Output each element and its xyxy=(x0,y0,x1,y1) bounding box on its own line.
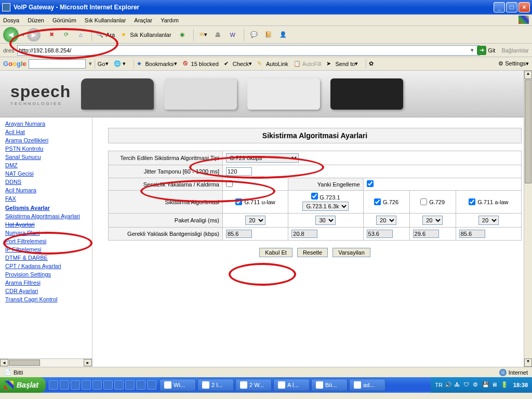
sidebar-item-codec[interactable]: Sikistirma Algoritmasi Ayarlari xyxy=(0,212,92,220)
ql-icon[interactable] xyxy=(71,380,80,390)
reset-button[interactable]: Resetle xyxy=(297,248,328,257)
menu-sik[interactable]: Sık Kullanılanlar xyxy=(85,17,126,23)
close-button[interactable]: × xyxy=(518,2,530,12)
sidebar-item[interactable]: Sanal Sunucu xyxy=(0,153,92,161)
autolink-button[interactable]: ✎AutoLink xyxy=(257,60,288,68)
search-button[interactable]: 🔍Ara xyxy=(95,30,115,39)
codec3-checkbox[interactable] xyxy=(374,198,381,205)
sidebar-item[interactable]: Arama Filtresi xyxy=(0,278,92,287)
sidebar-item[interactable]: Arama Ozellikleri xyxy=(0,136,92,144)
task-button[interactable]: ad... xyxy=(349,379,385,391)
task-button[interactable]: 2 W... xyxy=(235,379,272,391)
menu-duzen[interactable]: Düzen xyxy=(28,17,44,23)
research-button[interactable]: 📔 xyxy=(262,28,275,42)
sidebar-item[interactable]: PSTN Kontrolu xyxy=(0,144,92,153)
jitter-input[interactable] xyxy=(226,167,252,176)
sidebar-item[interactable]: DDNS xyxy=(0,178,92,186)
ql-icon[interactable] xyxy=(103,380,113,390)
tray-icon[interactable]: 🔊 xyxy=(445,381,452,389)
google-news-button[interactable]: 🌐▾ xyxy=(114,60,126,68)
sidebar-item[interactable]: Acil Hat xyxy=(0,128,92,136)
favorites-button[interactable]: ★Sık Kullanılanlar xyxy=(119,30,171,39)
packet1-select[interactable]: 20 xyxy=(245,216,265,225)
vscroll-down[interactable]: ▼ xyxy=(524,358,532,367)
popup-blocked-button[interactable]: 🛇15 blocked xyxy=(182,60,219,68)
sidebar-item[interactable]: Hat Ayarlari xyxy=(0,220,92,229)
back-button[interactable]: ◄ xyxy=(3,27,19,43)
address-dropdown[interactable]: ▾ xyxy=(471,47,474,54)
silence-checkbox[interactable] xyxy=(226,180,233,187)
stop-button[interactable]: ✖ xyxy=(45,28,58,42)
address-input[interactable] xyxy=(17,45,480,56)
task-button[interactable]: 2 I... xyxy=(197,379,234,391)
menu-yardim[interactable]: Yardım xyxy=(161,17,179,23)
packet4-select[interactable]: 20 xyxy=(422,216,443,225)
discuss-button[interactable]: 💬 xyxy=(247,28,261,42)
go-button[interactable]: ➜ Git xyxy=(477,46,495,55)
hscroll-thumb[interactable] xyxy=(9,360,40,366)
hscroll-right[interactable]: ► xyxy=(84,359,92,366)
sidebar-item[interactable]: Numara Plani xyxy=(0,229,92,237)
packet3-select[interactable]: 20 xyxy=(376,216,396,225)
menu-gorunum[interactable]: Görünüm xyxy=(52,17,76,23)
home-button[interactable]: ⌂ xyxy=(74,28,87,42)
refresh-button[interactable]: ⟳ xyxy=(59,28,73,42)
sidebar-item[interactable]: NAT Gecisi xyxy=(0,169,92,178)
hscroll-left[interactable]: ◄ xyxy=(0,359,8,366)
print-button[interactable]: 🖶 xyxy=(211,28,225,42)
sidebar-item[interactable]: CDR Ayarlari xyxy=(0,287,92,295)
ql-icon[interactable] xyxy=(60,380,69,390)
sidebar-item[interactable]: Transit Cagri Kontrol xyxy=(0,295,92,303)
sidebar-section[interactable]: Gelismis Ayarlar xyxy=(0,203,92,212)
sidebar-item[interactable]: DTMF & DARBE xyxy=(0,254,92,262)
tray-icon[interactable]: 💾 xyxy=(482,381,489,389)
codec2-rate-select[interactable]: G.723.1 6.3k xyxy=(302,202,349,211)
codec-type-select[interactable]: G.729 8kbps xyxy=(226,153,299,163)
edit-button[interactable]: W xyxy=(226,28,240,42)
sidebar-item[interactable]: CPT / Kadans Ayarlari xyxy=(0,262,92,270)
tray-icon[interactable]: ⚙ xyxy=(473,381,480,389)
sidebar-item[interactable]: Acil Numara xyxy=(0,186,92,194)
echo-checkbox[interactable] xyxy=(367,180,374,187)
sidebar-item[interactable]: DMZ xyxy=(0,161,92,169)
vscroll-up[interactable]: ▲ xyxy=(524,71,532,79)
tray-icon[interactable]: 🔋 xyxy=(501,381,508,389)
task-button[interactable]: Wi... xyxy=(159,379,196,391)
maximize-button[interactable]: □ xyxy=(506,2,517,12)
links-label[interactable]: Bağlantılar xyxy=(501,47,529,54)
sidebar-item[interactable]: FAX xyxy=(0,194,92,203)
sidebar-item[interactable]: Provision Settings xyxy=(0,270,92,278)
ql-icon[interactable] xyxy=(82,380,91,390)
forward-button[interactable]: ► xyxy=(27,28,41,42)
codec5-checkbox[interactable] xyxy=(469,198,475,205)
google-settings-button[interactable]: ⚙ Settings▾ xyxy=(498,60,529,67)
sidebar-item[interactable]: Port Filtrelemesi xyxy=(0,237,92,245)
page-vscroll[interactable]: ▲ ▼ xyxy=(524,71,532,367)
default-button[interactable]: Varsayilan xyxy=(332,248,370,257)
codec2-checkbox[interactable] xyxy=(311,193,318,200)
google-search-dropdown[interactable]: ▾ xyxy=(89,60,92,67)
sidebar-item[interactable]: IP Filtrelemesi xyxy=(0,245,92,254)
codec4-checkbox[interactable] xyxy=(420,198,427,205)
packet2-select[interactable]: 30 xyxy=(315,216,336,225)
ql-icon[interactable] xyxy=(147,380,156,390)
tray-icon[interactable]: 🖥 xyxy=(491,381,499,389)
history-button[interactable]: ◉ xyxy=(176,28,189,42)
ql-icon[interactable] xyxy=(136,380,145,390)
spellcheck-button[interactable]: ✔Check ▾ xyxy=(224,60,252,68)
google-more-button[interactable]: ✿ xyxy=(369,60,374,67)
sidebar-item[interactable]: Arayan Numara xyxy=(0,119,92,128)
task-button[interactable]: A I... xyxy=(273,379,310,391)
ql-icon[interactable] xyxy=(49,380,58,390)
task-button[interactable]: Bö... xyxy=(311,379,348,391)
ql-icon[interactable] xyxy=(125,380,135,390)
start-button[interactable]: Başlat xyxy=(0,377,46,393)
autofill-button[interactable]: 📋AutoFill xyxy=(294,60,322,68)
vscroll-thumb[interactable] xyxy=(525,79,531,183)
clock[interactable]: 18:38 xyxy=(513,382,528,388)
minimize-button[interactable]: _ xyxy=(494,2,505,12)
tray-icon[interactable]: 🖧 xyxy=(454,381,461,389)
ql-icon[interactable] xyxy=(114,380,124,390)
google-go-button[interactable]: Go ▾ xyxy=(98,60,109,67)
sendto-button[interactable]: ➤Send to▾ xyxy=(326,60,358,68)
